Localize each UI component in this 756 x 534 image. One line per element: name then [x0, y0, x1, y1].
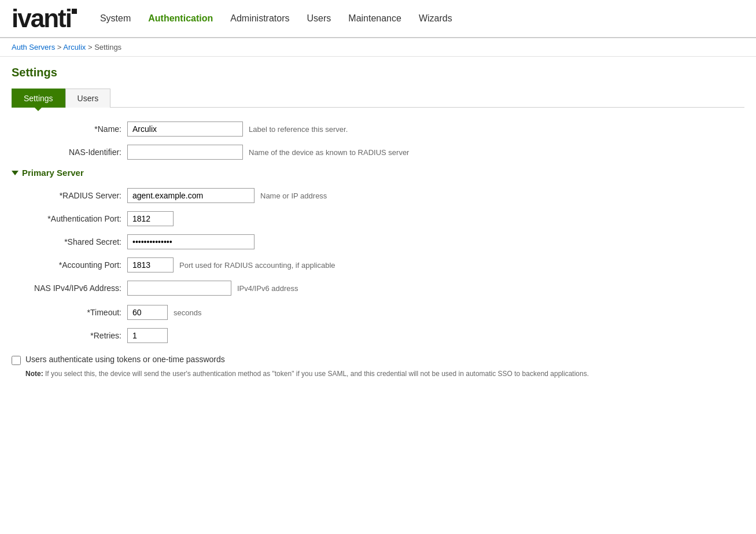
nas-identifier-hint: Name of the device as known to RADIUS se… [249, 148, 409, 157]
header: ivanti System Authentication Administrat… [0, 0, 756, 38]
nav-system[interactable]: System [100, 11, 131, 26]
nav-maintenance[interactable]: Maintenance [348, 11, 401, 26]
radius-server-hint: Name or IP address [260, 191, 327, 200]
nav-administrators[interactable]: Administrators [230, 11, 289, 26]
timeout-label: *Timeout: [12, 308, 127, 317]
breadcrumb-auth-servers[interactable]: Auth Servers [12, 43, 55, 51]
retries-input[interactable] [127, 328, 168, 343]
accounting-port-input[interactable] [127, 257, 174, 272]
tabs: Settings Users [12, 89, 744, 108]
nas-ipv4-label: NAS IPv4/IPv6 Address: [12, 283, 127, 293]
accounting-port-row: *Accounting Port: Port used for RADIUS a… [12, 257, 744, 272]
breadcrumb-settings: Settings [94, 43, 121, 51]
retries-label: *Retries: [12, 331, 127, 340]
timeout-input[interactable] [127, 305, 168, 320]
page-content: Settings Settings Users *Name: Label to … [0, 57, 756, 393]
settings-form: *Name: Label to reference this server. N… [12, 121, 744, 378]
shared-secret-input[interactable] [127, 234, 255, 249]
nas-identifier-label: NAS-Identifier: [12, 148, 127, 157]
timeout-suffix: seconds [174, 308, 201, 317]
main-nav: System Authentication Administrators Use… [100, 11, 452, 26]
primary-server-header: Primary Server [12, 168, 744, 178]
radius-server-input[interactable] [127, 188, 255, 203]
shared-secret-row: *Shared Secret: [12, 234, 744, 249]
name-row: *Name: Label to reference this server. [12, 121, 744, 137]
nas-ipv4-input[interactable] [127, 281, 231, 296]
accounting-port-label: *Accounting Port: [12, 260, 127, 270]
token-note: Note: If you select this, the device wil… [25, 370, 744, 378]
nas-identifier-row: NAS-Identifier: Name of the device as kn… [12, 145, 744, 160]
token-checkbox-row: Users authenticate using tokens or one-t… [12, 355, 744, 365]
breadcrumb-arculix[interactable]: Arculix [63, 43, 86, 51]
breadcrumb: Auth Servers > Arculix > Settings [0, 38, 756, 57]
shared-secret-label: *Shared Secret: [12, 237, 127, 246]
auth-port-row: *Authentication Port: [12, 211, 744, 226]
tab-settings[interactable]: Settings [12, 89, 65, 108]
name-hint: Label to reference this server. [249, 125, 348, 134]
logo-square [72, 9, 77, 14]
radius-server-row: *RADIUS Server: Name or IP address [12, 188, 744, 203]
name-label: *Name: [12, 124, 127, 134]
note-text: If you select this, the device will send… [45, 370, 589, 378]
token-checkbox[interactable] [12, 356, 21, 365]
tab-users[interactable]: Users [65, 89, 111, 108]
logo: ivanti [12, 6, 77, 31]
page-title: Settings [12, 66, 744, 79]
primary-server-title: Primary Server [22, 168, 84, 178]
nav-authentication[interactable]: Authentication [148, 11, 213, 26]
accounting-port-hint: Port used for RADIUS accounting, if appl… [179, 261, 335, 270]
chevron-down-icon[interactable] [12, 171, 19, 175]
name-input[interactable] [127, 121, 243, 137]
nas-ipv4-hint: IPv4/IPv6 address [237, 284, 298, 293]
nav-wizards[interactable]: Wizards [419, 11, 452, 26]
nav-users[interactable]: Users [307, 11, 331, 26]
note-bold: Note: [25, 370, 43, 378]
timeout-row: *Timeout: seconds [12, 305, 744, 320]
auth-port-label: *Authentication Port: [12, 214, 127, 223]
radius-server-label: *RADIUS Server: [12, 191, 127, 200]
token-checkbox-label[interactable]: Users authenticate using tokens or one-t… [25, 355, 225, 364]
nas-ipv4-row: NAS IPv4/IPv6 Address: IPv4/IPv6 address [12, 281, 744, 296]
nas-identifier-input[interactable] [127, 145, 243, 160]
auth-port-input[interactable] [127, 211, 174, 226]
retries-row: *Retries: [12, 328, 744, 343]
